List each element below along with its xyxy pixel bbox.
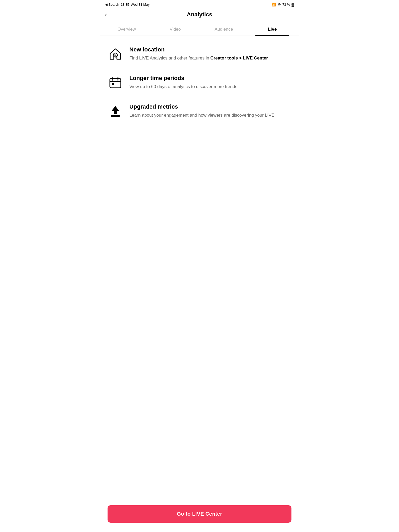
tab-overview[interactable]: Overview: [102, 23, 151, 36]
feature-longer-periods: Longer time periods View up to 60 days o…: [108, 75, 291, 90]
calendar-icon: [108, 75, 123, 90]
home-play-icon: [108, 46, 123, 62]
location-icon: @: [277, 3, 281, 6]
battery-level: 73 %: [282, 3, 290, 6]
tab-audience[interactable]: Audience: [200, 23, 248, 36]
feature-new-location-title: New location: [129, 46, 291, 53]
svg-rect-6: [112, 83, 114, 85]
upload-arrow-icon: [108, 103, 123, 119]
feature-longer-periods-title: Longer time periods: [129, 75, 291, 82]
wifi-icon: 📶: [272, 3, 276, 6]
cta-container: Go to LIVE Center: [100, 500, 299, 532]
feature-upgraded-metrics-desc: Learn about your engagement and how view…: [129, 112, 291, 119]
feature-new-location-desc-bold: Creator tools > LIVE Center: [210, 56, 268, 61]
status-carrier: ◀ Search: [105, 3, 119, 6]
status-date: Wed 31 May: [131, 3, 150, 6]
status-right: 📶 @ 73 % ▓: [272, 3, 294, 6]
header: ‹ Analytics: [100, 8, 299, 23]
tab-live[interactable]: Live: [248, 23, 297, 36]
go-to-live-center-button[interactable]: Go to LIVE Center: [108, 505, 291, 523]
svg-marker-1: [115, 54, 117, 56]
feature-new-location-desc-prefix: Find LIVE Analytics and other features i…: [129, 56, 210, 61]
feature-upgraded-metrics-title: Upgraded metrics: [129, 103, 291, 110]
feature-new-location-desc: Find LIVE Analytics and other features i…: [129, 55, 291, 62]
feature-new-location-text: New location Find LIVE Analytics and oth…: [129, 46, 291, 62]
feature-new-location: New location Find LIVE Analytics and oth…: [108, 46, 291, 62]
status-bar: ◀ Search 13:35 Wed 31 May 📶 @ 73 % ▓: [100, 0, 299, 8]
tabs-bar: Overview Video Audience Live: [100, 23, 299, 36]
battery-icon: ▓: [292, 3, 294, 6]
feature-upgraded-metrics-text: Upgraded metrics Learn about your engage…: [129, 103, 291, 119]
feature-upgraded-metrics: Upgraded metrics Learn about your engage…: [108, 103, 291, 119]
feature-longer-periods-text: Longer time periods View up to 60 days o…: [129, 75, 291, 90]
tab-video[interactable]: Video: [151, 23, 200, 36]
page-title: Analytics: [187, 11, 212, 18]
feature-longer-periods-desc: View up to 60 days of analytics to disco…: [129, 84, 291, 90]
back-button[interactable]: ‹: [105, 11, 107, 18]
svg-rect-8: [111, 115, 120, 117]
svg-marker-7: [112, 106, 119, 114]
main-content: New location Find LIVE Analytics and oth…: [100, 36, 299, 163]
status-left: ◀ Search 13:35 Wed 31 May: [105, 3, 150, 6]
status-time: 13:35: [121, 3, 129, 6]
svg-rect-2: [110, 78, 121, 88]
